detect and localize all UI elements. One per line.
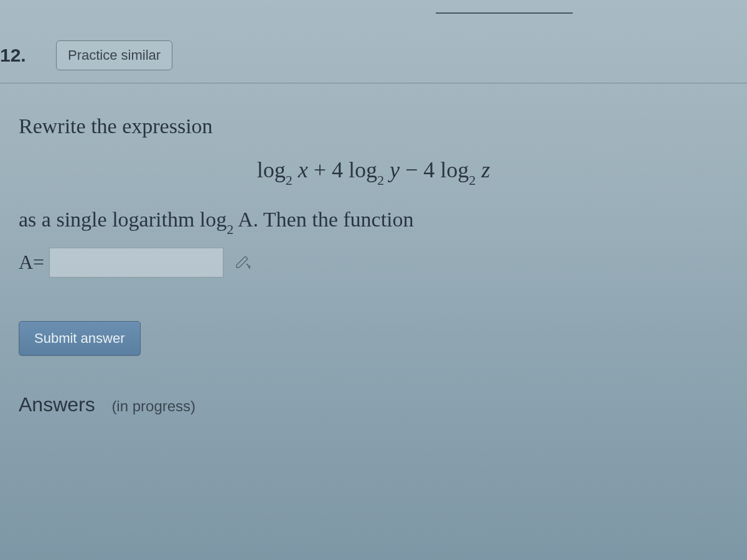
submit-answer-button[interactable]: Submit answer (19, 321, 141, 356)
answers-title: Answers (19, 393, 95, 416)
answer-label: A= (19, 251, 44, 274)
answer-input[interactable] (49, 248, 223, 278)
question-number: 12. (0, 45, 56, 66)
answer-input-row: A= (19, 248, 728, 278)
prompt-text-line2: as a single logarithm log2 A. Then the f… (19, 208, 728, 235)
answers-status: (in progress) (111, 398, 195, 414)
question-content: Rewrite the expression log2 x + 4 log2 y… (0, 83, 747, 435)
top-area (0, 0, 747, 28)
answers-section: Answers (in progress) (19, 393, 728, 416)
question-header-row: 12. Practice similar (0, 28, 747, 83)
prompt-text-line1: Rewrite the expression (19, 114, 728, 138)
top-underline (436, 12, 573, 14)
feedback-icon[interactable] (232, 252, 253, 273)
math-expression: log2 x + 4 log2 y − 4 log2 z (19, 157, 728, 186)
practice-similar-button[interactable]: Practice similar (56, 40, 172, 70)
